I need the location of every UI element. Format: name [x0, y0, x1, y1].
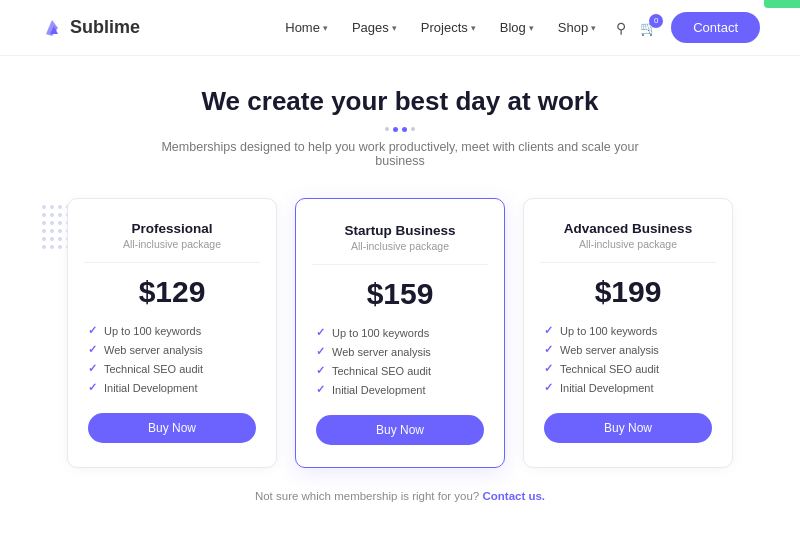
feature-item: ✓Technical SEO audit	[316, 361, 484, 380]
check-icon: ✓	[316, 326, 325, 339]
card-divider	[84, 262, 260, 263]
card-price-advanced: $199	[544, 275, 712, 309]
check-icon: ✓	[88, 324, 97, 337]
check-icon: ✓	[544, 362, 553, 375]
feature-item: ✓Up to 100 keywords	[316, 323, 484, 342]
brand-logo[interactable]: Sublime	[40, 16, 140, 40]
card-price-professional: $129	[88, 275, 256, 309]
card-divider	[540, 262, 716, 263]
logo-icon	[40, 16, 64, 40]
check-icon: ✓	[544, 324, 553, 337]
feature-item: ✓Web server analysis	[316, 342, 484, 361]
card-title-professional: Professional	[88, 221, 256, 236]
dot-2	[393, 127, 398, 132]
card-subtitle-advanced: All-inclusive package	[544, 238, 712, 250]
hero-subtitle: Memberships designed to help you work pr…	[150, 140, 650, 168]
contact-button[interactable]: Contact	[671, 12, 760, 43]
features-list-startup: ✓Up to 100 keywords ✓Web server analysis…	[316, 323, 484, 399]
card-price-startup: $159	[316, 277, 484, 311]
pricing-card-professional: Professional All-inclusive package $129 …	[67, 198, 277, 468]
check-icon: ✓	[316, 383, 325, 396]
navbar: Sublime Home ▾ Pages ▾ Projects ▾ Blog ▾…	[0, 0, 800, 56]
features-list-professional: ✓Up to 100 keywords ✓Web server analysis…	[88, 321, 256, 397]
card-subtitle-startup: All-inclusive package	[316, 240, 484, 252]
check-icon: ✓	[316, 345, 325, 358]
top-bar-accent	[764, 0, 800, 8]
nav-projects[interactable]: Projects ▾	[421, 20, 476, 35]
nav-links: Home ▾ Pages ▾ Projects ▾ Blog ▾ Shop ▾	[285, 20, 596, 35]
check-icon: ✓	[544, 381, 553, 394]
feature-item: ✓Web server analysis	[88, 340, 256, 359]
features-list-advanced: ✓Up to 100 keywords ✓Web server analysis…	[544, 321, 712, 397]
bottom-cta-text: Not sure which membership is right for y…	[255, 490, 479, 502]
check-icon: ✓	[88, 362, 97, 375]
search-button[interactable]: ⚲	[616, 20, 626, 36]
cart-button[interactable]: 🛒 0	[640, 20, 657, 36]
search-icon: ⚲	[616, 20, 626, 36]
check-icon: ✓	[316, 364, 325, 377]
nav-home[interactable]: Home ▾	[285, 20, 328, 35]
feature-item: ✓Web server analysis	[544, 340, 712, 359]
chevron-down-icon: ▾	[591, 23, 596, 33]
hero-section: We create your best day at work Membersh…	[0, 56, 800, 182]
feature-item: ✓Initial Development	[544, 378, 712, 397]
feature-item: ✓Up to 100 keywords	[544, 321, 712, 340]
chevron-down-icon: ▾	[529, 23, 534, 33]
dot-3	[402, 127, 407, 132]
check-icon: ✓	[88, 381, 97, 394]
feature-item: ✓Technical SEO audit	[88, 359, 256, 378]
pricing-section: Professional All-inclusive package $129 …	[0, 182, 800, 482]
decorative-dots	[42, 205, 70, 249]
pricing-card-startup: Startup Business All-inclusive package $…	[295, 198, 505, 468]
chevron-down-icon: ▾	[323, 23, 328, 33]
bottom-cta-link[interactable]: Contact us.	[482, 490, 545, 502]
buy-button-advanced[interactable]: Buy Now	[544, 413, 712, 443]
nav-pages[interactable]: Pages ▾	[352, 20, 397, 35]
pricing-card-advanced: Advanced Business All-inclusive package …	[523, 198, 733, 468]
check-icon: ✓	[544, 343, 553, 356]
check-icon: ✓	[88, 343, 97, 356]
feature-item: ✓Up to 100 keywords	[88, 321, 256, 340]
buy-button-startup[interactable]: Buy Now	[316, 415, 484, 445]
feature-item: ✓Initial Development	[316, 380, 484, 399]
nav-icon-group: ⚲ 🛒 0	[616, 20, 657, 36]
bottom-cta: Not sure which membership is right for y…	[0, 482, 800, 502]
dot-4	[411, 127, 415, 131]
card-subtitle-professional: All-inclusive package	[88, 238, 256, 250]
feature-item: ✓Initial Development	[88, 378, 256, 397]
card-divider	[312, 264, 488, 265]
nav-shop[interactable]: Shop ▾	[558, 20, 596, 35]
chevron-down-icon: ▾	[392, 23, 397, 33]
section-dots-decoration	[40, 127, 760, 132]
brand-name: Sublime	[70, 17, 140, 38]
card-title-advanced: Advanced Business	[544, 221, 712, 236]
hero-title: We create your best day at work	[40, 86, 760, 117]
feature-item: ✓Technical SEO audit	[544, 359, 712, 378]
cart-badge: 0	[649, 14, 663, 28]
nav-blog[interactable]: Blog ▾	[500, 20, 534, 35]
buy-button-professional[interactable]: Buy Now	[88, 413, 256, 443]
card-title-startup: Startup Business	[316, 223, 484, 238]
dot-1	[385, 127, 389, 131]
chevron-down-icon: ▾	[471, 23, 476, 33]
